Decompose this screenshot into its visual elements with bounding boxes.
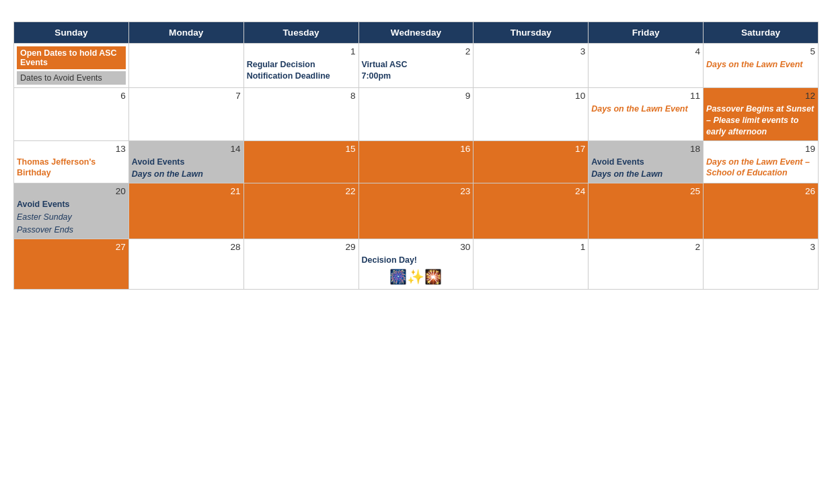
event-text: Easter Sunday (17, 212, 126, 223)
calendar-header-thursday: Thursday (474, 22, 589, 44)
calendar-cell: 1 (474, 239, 589, 289)
calendar-cell: 24 (474, 183, 589, 239)
day-number: 28 (132, 242, 241, 252)
calendar-header-saturday: Saturday (704, 22, 819, 44)
calendar-header-friday: Friday (589, 22, 704, 44)
day-number: 30 (362, 242, 471, 252)
calendar-cell: 21 (128, 183, 243, 239)
calendar-header-monday: Monday (128, 22, 243, 44)
calendar-cell (128, 44, 243, 88)
calendar-cell: 1Regular Decision Notification Deadline (243, 44, 358, 88)
event-text: Days on the Lawn Event (706, 59, 815, 71)
day-number: 17 (476, 144, 585, 154)
calendar-cell: 2 (589, 239, 704, 289)
calendar-cell: 15 (243, 140, 358, 183)
day-number: 26 (706, 186, 815, 196)
day-number: 23 (362, 186, 471, 196)
day-number: 29 (247, 242, 356, 252)
calendar-cell: 20Avoid EventsEaster SundayPassover Ends (14, 183, 129, 239)
day-number: 13 (17, 144, 126, 154)
day-number: 22 (247, 186, 356, 196)
day-number: 7 (132, 91, 241, 101)
day-number: 24 (476, 186, 585, 196)
day-number: 1 (247, 46, 356, 56)
calendar-cell: 22 (243, 183, 358, 239)
calendar-table: SundayMondayTuesdayWednesdayThursdayFrid… (13, 22, 819, 290)
calendar-cell: 9 (358, 88, 474, 141)
calendar-cell: 17 (474, 140, 589, 183)
day-number: 16 (362, 144, 471, 154)
day-number: 11 (591, 91, 700, 101)
calendar-cell: 7 (128, 88, 243, 141)
day-number: 27 (17, 242, 126, 252)
day-number: 14 (132, 144, 241, 154)
calendar-header-tuesday: Tuesday (243, 22, 358, 44)
day-number: 19 (706, 144, 815, 154)
day-number: 6 (17, 91, 126, 101)
day-number: 3 (706, 242, 815, 252)
calendar-cell: 5Days on the Lawn Event (704, 44, 819, 88)
event-text: Days on the Lawn Event – School of Educa… (706, 157, 815, 179)
event-text: Passover Ends (17, 224, 126, 236)
calendar-cell: 4 (589, 44, 704, 88)
calendar-cell: 14Avoid EventsDays on the Lawn (128, 140, 243, 183)
calendar-cell: 28 (128, 239, 243, 289)
event-text: Avoid Events (132, 157, 241, 168)
calendar-cell: 3 (704, 239, 819, 289)
day-number: 2 (591, 242, 700, 252)
event-text: Days on the Lawn (132, 169, 241, 180)
calendar-header-sunday: Sunday (14, 22, 129, 44)
event-text: Passover Begins at Sunset – Please limit… (706, 103, 815, 138)
event-text: Thomas Jefferson's Birthday (17, 157, 126, 179)
event-text: 🎆✨🎇 (362, 267, 471, 286)
calendar-cell: 10 (474, 88, 589, 141)
day-number: 25 (591, 186, 700, 196)
event-text: Days on the Lawn Event (591, 103, 700, 115)
day-number: 10 (476, 91, 585, 101)
day-number: 21 (132, 186, 241, 196)
day-number: 2 (362, 46, 471, 56)
day-number: 1 (476, 242, 585, 252)
calendar-cell: 2Virtual ASC7:00pm (358, 44, 474, 88)
calendar-cell: 26 (704, 183, 819, 239)
day-number: 8 (247, 91, 356, 101)
event-text: Virtual ASC7:00pm (362, 59, 471, 82)
legend-avoid-dates: Dates to Avoid Events (17, 71, 126, 85)
event-text: Avoid Events (591, 157, 700, 168)
calendar-cell: 13Thomas Jefferson's Birthday (14, 140, 129, 183)
calendar-cell: Open Dates to hold ASC EventsDates to Av… (14, 44, 129, 88)
calendar-header-wednesday: Wednesday (358, 22, 474, 44)
calendar-cell: 27 (14, 239, 129, 289)
day-number: 4 (591, 46, 700, 56)
day-number: 15 (247, 144, 356, 154)
calendar-cell: 19Days on the Lawn Event – School of Edu… (704, 140, 819, 183)
calendar-cell: 18Avoid EventsDays on the Lawn (589, 140, 704, 183)
day-number: 18 (591, 144, 700, 154)
calendar-cell: 29 (243, 239, 358, 289)
event-text: Days on the Lawn (591, 169, 700, 180)
day-number: 3 (476, 46, 585, 56)
legend-open-dates: Open Dates to hold ASC Events (17, 46, 126, 69)
calendar-cell: 12Passover Begins at Sunset – Please lim… (704, 88, 819, 141)
event-text: Decision Day! (362, 255, 471, 266)
day-number: 12 (706, 91, 815, 101)
calendar-cell: 6 (14, 88, 129, 141)
event-text: Avoid Events (17, 199, 126, 210)
calendar-cell: 11Days on the Lawn Event (589, 88, 704, 141)
event-text: Regular Decision Notification Deadline (247, 59, 356, 82)
calendar-cell: 16 (358, 140, 474, 183)
calendar-cell: 8 (243, 88, 358, 141)
day-number: 20 (17, 186, 126, 196)
calendar-cell: 25 (589, 183, 704, 239)
calendar-cell: 30Decision Day!🎆✨🎇 (358, 239, 474, 289)
calendar-cell: 3 (474, 44, 589, 88)
day-number: 5 (706, 46, 815, 56)
day-number: 9 (362, 91, 471, 101)
calendar-cell: 23 (358, 183, 474, 239)
